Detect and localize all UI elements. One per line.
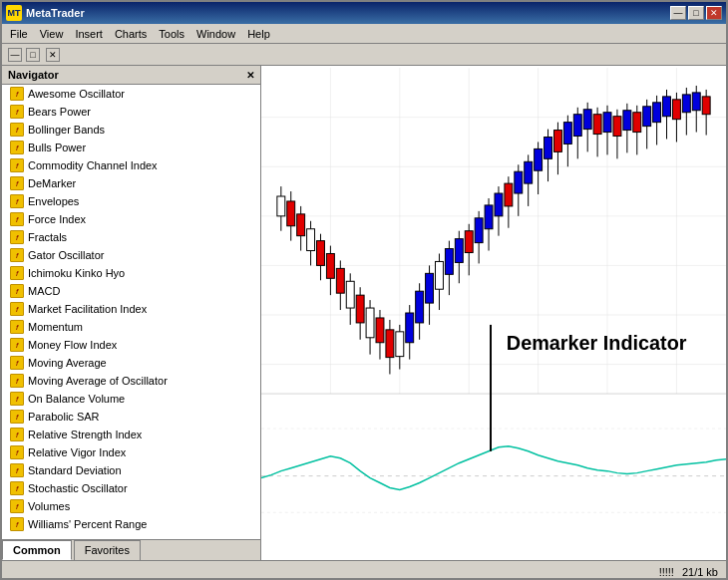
svg-rect-24 — [326, 254, 334, 279]
svg-rect-38 — [396, 332, 404, 357]
menu-charts[interactable]: Charts — [109, 26, 153, 42]
indicator-item[interactable]: fMomentum — [2, 318, 260, 336]
inner-maximize[interactable]: □ — [26, 48, 40, 62]
navigator-close-button[interactable]: ✕ — [246, 70, 254, 81]
indicator-item[interactable]: fAwesome Oscillator — [2, 85, 260, 103]
close-button[interactable]: ✕ — [706, 6, 722, 20]
chart-area: Demarker Indicator — [261, 66, 726, 560]
svg-rect-88 — [643, 107, 651, 127]
indicator-item[interactable]: fRelative Strength Index — [2, 426, 260, 443]
status-bar: !!!!! 21/1 kb — [2, 560, 726, 580]
indicator-icon: f — [10, 158, 24, 172]
svg-rect-72 — [563, 123, 571, 145]
indicator-list[interactable]: fAwesome OscillatorfBears PowerfBollinge… — [2, 85, 260, 539]
svg-rect-100 — [702, 97, 710, 115]
indicator-item[interactable]: fEnvelopes — [2, 192, 260, 210]
indicator-icon: f — [10, 320, 24, 334]
indicator-item[interactable]: fVolumes — [2, 497, 260, 515]
svg-rect-16 — [287, 201, 295, 226]
indicator-label: Relative Vigor Index — [28, 446, 126, 458]
indicator-label: Standard Deviation — [28, 464, 122, 476]
indicator-item[interactable]: fBollinger Bands — [2, 121, 260, 139]
menu-view[interactable]: View — [34, 26, 70, 42]
minimize-button[interactable]: — — [670, 6, 686, 20]
svg-rect-14 — [277, 196, 285, 216]
menu-help[interactable]: Help — [241, 26, 276, 42]
menu-insert[interactable]: Insert — [69, 26, 109, 42]
indicator-item[interactable]: fMoving Average of Oscillator — [2, 372, 260, 390]
indicator-icon: f — [10, 463, 24, 477]
indicator-item[interactable]: fFractals — [2, 228, 260, 246]
svg-rect-82 — [613, 117, 621, 137]
indicator-label: Gator Oscillator — [28, 249, 104, 261]
navigator-title: Navigator — [8, 69, 59, 81]
indicator-item[interactable]: fStandard Deviation — [2, 461, 260, 479]
indicator-label: Bulls Power — [28, 142, 86, 153]
indicator-icon: f — [10, 338, 24, 352]
indicator-item[interactable]: fGator Oscillator — [2, 246, 260, 264]
nav-tab-common[interactable]: Common — [2, 540, 72, 560]
indicator-item[interactable]: fMACD — [2, 282, 260, 300]
title-bar-controls: — □ ✕ — [670, 6, 722, 20]
inner-minimize[interactable]: — — [8, 48, 22, 62]
indicator-icon: f — [10, 499, 24, 513]
svg-rect-44 — [426, 273, 434, 303]
indicator-label: Force Index — [28, 213, 86, 225]
inner-close[interactable]: ✕ — [46, 48, 60, 62]
app-icon: MT — [6, 5, 22, 21]
indicator-item[interactable]: fCommodity Channel Index — [2, 156, 260, 174]
indicator-item[interactable]: fRelative Vigor Index — [2, 443, 260, 461]
menu-tools[interactable]: Tools — [153, 26, 190, 42]
indicator-item[interactable]: fDeMarker — [2, 174, 260, 192]
bars-icon: !!!!! — [659, 566, 674, 578]
indicator-label: On Balance Volume — [28, 393, 125, 405]
nav-tab-favorites[interactable]: Favorites — [74, 540, 141, 560]
svg-rect-46 — [436, 261, 444, 289]
indicator-item[interactable]: fBulls Power — [2, 139, 260, 156]
indicator-item[interactable]: fForce Index — [2, 210, 260, 228]
indicator-label: Fractals — [28, 231, 67, 243]
menu-bar: File View Insert Charts Tools Window Hel… — [2, 24, 726, 44]
indicator-label: MACD — [28, 285, 60, 297]
indicator-icon: f — [10, 266, 24, 280]
indicator-item[interactable]: fMoney Flow Index — [2, 336, 260, 354]
indicator-icon: f — [10, 141, 24, 154]
svg-rect-40 — [406, 313, 414, 343]
title-bar: MT MetaTrader — □ ✕ — [2, 2, 726, 24]
indicator-icon: f — [10, 176, 24, 190]
indicator-item[interactable]: fParabolic SAR — [2, 408, 260, 426]
indicator-icon: f — [10, 87, 24, 101]
toolbar-row: — □ ✕ — [2, 44, 726, 66]
indicator-label: Ichimoku Kinko Hyo — [28, 267, 125, 279]
indicator-item[interactable]: fStochastic Oscillator — [2, 479, 260, 497]
indicator-icon: f — [10, 123, 24, 137]
indicator-item[interactable]: fMarket Facilitation Index — [2, 300, 260, 318]
indicator-item[interactable]: fWilliams' Percent Range — [2, 515, 260, 533]
maximize-button[interactable]: □ — [688, 6, 704, 20]
svg-rect-76 — [583, 110, 591, 130]
svg-rect-64 — [525, 161, 533, 183]
svg-rect-92 — [663, 97, 671, 117]
indicator-label: DeMarker — [28, 177, 76, 189]
indicator-icon: f — [10, 284, 24, 298]
indicator-label: Williams' Percent Range — [28, 518, 147, 530]
inner-controls: — □ ✕ — [4, 48, 64, 62]
svg-rect-34 — [376, 318, 384, 343]
menu-window[interactable]: Window — [190, 26, 241, 42]
svg-rect-56 — [485, 205, 493, 229]
svg-rect-54 — [475, 218, 483, 243]
indicator-item[interactable]: fOn Balance Volume — [2, 390, 260, 408]
indicator-icon: f — [10, 230, 24, 244]
indicator-item[interactable]: fIchimoku Kinko Hyo — [2, 264, 260, 282]
svg-rect-84 — [623, 111, 631, 131]
indicator-item[interactable]: fBears Power — [2, 103, 260, 121]
svg-rect-62 — [515, 171, 523, 193]
indicator-item[interactable]: fMoving Average — [2, 354, 260, 372]
svg-rect-80 — [603, 113, 611, 133]
indicator-icon: f — [10, 481, 24, 495]
indicator-label: Volumes — [28, 500, 70, 512]
svg-rect-98 — [692, 93, 700, 111]
menu-file[interactable]: File — [4, 26, 34, 42]
svg-rect-18 — [297, 214, 305, 236]
navigator-panel: Navigator ✕ fAwesome OscillatorfBears Po… — [2, 66, 261, 560]
